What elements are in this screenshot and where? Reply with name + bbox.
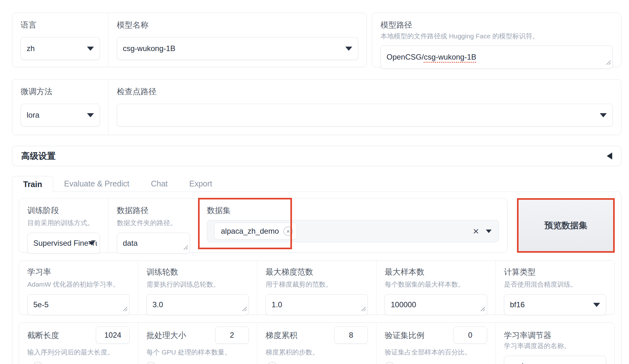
chevron-down-icon[interactable] xyxy=(486,230,492,233)
resize-handle-icon[interactable] xyxy=(606,58,611,67)
val-size-slider[interactable] xyxy=(385,362,487,364)
preview-annotation-box: 预览数据集 xyxy=(517,198,615,253)
training-stage-field: 训练阶段 目前采用的训练方式。 Supervised Fine-Tuning xyxy=(19,198,108,252)
compute-type-dropdown[interactable]: bf16 xyxy=(504,294,606,315)
data-dir-input[interactable]: data xyxy=(117,233,190,254)
method-row: 微调方法 lora 检查点路径 xyxy=(12,79,621,135)
compute-type-value: bf16 xyxy=(510,300,589,309)
language-field: 语言 zh xyxy=(12,13,108,67)
language-label: 语言 xyxy=(21,20,100,29)
slider-handle[interactable] xyxy=(268,362,277,364)
max-samples-field: 最大样本数 每个数据集的最大样本数。 100000 xyxy=(376,261,495,315)
finetuning-method-dropdown[interactable]: lora xyxy=(21,104,100,127)
dataset-config-panel: 训练阶段 目前采用的训练方式。 Supervised Fine-Tuning 数… xyxy=(19,198,507,253)
model-path-info: 本地模型的文件路径或 Hugging Face 的模型标识符。 xyxy=(381,31,613,41)
remove-chip-icon[interactable]: × xyxy=(283,226,293,236)
max-samples-label: 最大样本数 xyxy=(385,267,487,276)
max-grad-norm-input[interactable]: 1.0 xyxy=(266,294,368,315)
val-size-number-input[interactable]: 0 xyxy=(454,327,487,344)
checkpoint-path-field: 检查点路径 xyxy=(108,80,621,135)
batch-size-number-input[interactable]: 2 xyxy=(215,327,249,344)
learning-rate-value: 5e-5 xyxy=(33,300,49,309)
resize-handle-icon[interactable] xyxy=(361,304,366,313)
compute-type-label: 计算类型 xyxy=(504,267,606,276)
max-grad-norm-field: 最大梯度范数 用于梯度裁剪的范数。 1.0 xyxy=(257,261,376,315)
slider-handle[interactable] xyxy=(146,362,156,364)
model-path-value: OpenCSG/csg-wukong-1B xyxy=(387,53,476,62)
learning-rate-info: AdamW 优化器的初始学习率。 xyxy=(27,280,129,289)
checkpoint-path-dropdown[interactable] xyxy=(117,104,613,127)
train-tab-content: 训练阶段 目前采用的训练方式。 Supervised Fine-Tuning 数… xyxy=(12,192,621,364)
lr-scheduler-field: 学习率调节器 学习率调度器的名称。 cosine xyxy=(495,323,614,364)
dataset-row: 训练阶段 目前采用的训练方式。 Supervised Fine-Tuning 数… xyxy=(19,198,615,253)
model-name-label: 模型名称 xyxy=(117,20,358,29)
resize-handle-icon[interactable] xyxy=(242,304,247,313)
model-path-panel: 模型路径 本地模型的文件路径或 Hugging Face 的模型标识符。 Ope… xyxy=(372,13,621,67)
grad-accum-field: 梯度累积 8 梯度累积的步数。 xyxy=(257,323,376,364)
tab-train[interactable]: Train xyxy=(12,176,53,192)
epochs-label: 训练轮数 xyxy=(146,267,248,276)
advanced-settings-accordion[interactable]: 高级设置 xyxy=(12,146,621,166)
grad-accum-label: 梯度累积 xyxy=(266,329,297,340)
preview-dataset-button[interactable]: 预览数据集 xyxy=(519,200,613,251)
finetuning-method-value: lora xyxy=(27,111,83,120)
chevron-down-icon xyxy=(87,113,94,117)
data-dir-label: 数据路径 xyxy=(117,205,190,215)
collapse-arrow-icon[interactable] xyxy=(607,153,612,159)
learning-rate-input[interactable]: 5e-5 xyxy=(27,294,129,315)
model-name-value: csg-wukong-1B xyxy=(123,44,341,53)
llamafactory-webui-page: 语言 zh 模型名称 csg-wukong-1B 模型路径 本地模型的文件路径或… xyxy=(0,0,629,364)
language-value: zh xyxy=(27,44,83,53)
batch-size-slider[interactable] xyxy=(146,362,248,364)
resize-handle-icon[interactable] xyxy=(480,304,485,313)
tab-export[interactable]: Export xyxy=(178,176,223,192)
grad-accum-number-input[interactable]: 8 xyxy=(334,327,368,344)
chevron-down-icon xyxy=(600,113,607,117)
grad-accum-info: 梯度累积的步数。 xyxy=(266,348,368,357)
method-panel: 微调方法 lora 检查点路径 xyxy=(12,79,621,135)
val-size-info: 验证集占全部样本的百分比。 xyxy=(385,348,487,357)
slider-handle[interactable] xyxy=(33,362,43,364)
cutoff-len-info: 输入序列分词后的最大长度。 xyxy=(27,348,129,357)
model-path-input[interactable]: OpenCSG/csg-wukong-1B xyxy=(381,45,613,69)
cutoff-len-field: 截断长度 1024 输入序列分词后的最大长度。 xyxy=(19,323,138,364)
chevron-down-icon xyxy=(593,303,600,307)
max-grad-norm-value: 1.0 xyxy=(272,300,282,309)
chevron-down-icon xyxy=(88,241,95,245)
checkpoint-path-label: 检查点路径 xyxy=(117,87,613,96)
hyperparam-row: 学习率 AdamW 优化器的初始学习率。 5e-5 训练轮数 需要执行的训练总轮… xyxy=(19,260,615,315)
lr-scheduler-info: 学习率调度器的名称。 xyxy=(504,341,606,351)
dataset-multiselect[interactable]: alpaca_zh_demo × × xyxy=(207,220,499,242)
epochs-input[interactable]: 3.0 xyxy=(146,294,248,315)
cutoff-len-number-input[interactable]: 1024 xyxy=(96,327,129,344)
clear-selection-icon[interactable]: × xyxy=(473,226,479,236)
resize-handle-icon[interactable] xyxy=(123,304,128,313)
lr-scheduler-dropdown[interactable]: cosine xyxy=(504,356,606,364)
epochs-info: 需要执行的训练总轮数。 xyxy=(146,280,248,289)
dataset-label: 数据集 xyxy=(207,205,499,215)
tab-chat[interactable]: Chat xyxy=(140,176,178,192)
chevron-down-icon xyxy=(87,47,94,51)
slider-handle[interactable] xyxy=(385,362,394,364)
max-samples-info: 每个数据集的最大样本数。 xyxy=(385,280,487,289)
training-stage-value: Supervised Fine-Tuning xyxy=(33,239,97,248)
finetuning-method-label: 微调方法 xyxy=(21,87,100,96)
language-dropdown[interactable]: zh xyxy=(21,37,100,60)
data-dir-value: data xyxy=(123,239,138,248)
data-dir-info: 数据文件夹的路径。 xyxy=(117,218,190,228)
training-stage-dropdown[interactable]: Supervised Fine-Tuning xyxy=(27,233,100,254)
model-path-field: 模型路径 本地模型的文件路径或 Hugging Face 的模型标识符。 Ope… xyxy=(372,13,621,76)
max-samples-input[interactable]: 100000 xyxy=(385,294,487,315)
max-grad-norm-label: 最大梯度范数 xyxy=(266,267,368,276)
multiselect-controls: × xyxy=(473,226,492,236)
max-samples-value: 100000 xyxy=(391,300,416,309)
tab-evaluate-predict[interactable]: Evaluate & Predict xyxy=(53,176,140,192)
learning-rate-field: 学习率 AdamW 优化器的初始学习率。 5e-5 xyxy=(19,261,138,315)
grad-accum-slider[interactable] xyxy=(266,362,368,364)
advanced-settings-label: 高级设置 xyxy=(21,150,56,162)
cutoff-len-slider[interactable] xyxy=(27,362,129,364)
resize-handle-icon[interactable] xyxy=(183,243,188,252)
model-name-dropdown[interactable]: csg-wukong-1B xyxy=(117,37,358,60)
language-model-panel: 语言 zh 模型名称 csg-wukong-1B xyxy=(12,13,367,67)
slider-row: 截断长度 1024 输入序列分词后的最大长度。 批处理大小 2 xyxy=(19,322,615,364)
